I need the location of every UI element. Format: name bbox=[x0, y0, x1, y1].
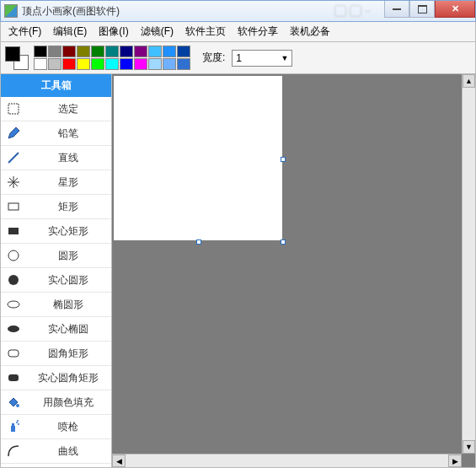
app-icon bbox=[4, 4, 18, 18]
swatch[interactable] bbox=[77, 46, 90, 57]
swatch[interactable] bbox=[48, 46, 62, 57]
minimize-button[interactable] bbox=[384, 1, 409, 18]
tool-label: 用颜色填充 bbox=[29, 395, 106, 410]
tool-label: 圆形 bbox=[29, 249, 106, 263]
width-label: 宽度: bbox=[202, 51, 225, 65]
swatch[interactable] bbox=[120, 46, 133, 57]
swatch[interactable] bbox=[34, 46, 47, 57]
horizontal-scrollbar[interactable]: ◀ ▶ bbox=[112, 454, 462, 467]
swatch[interactable] bbox=[48, 58, 62, 70]
swatch[interactable] bbox=[34, 58, 47, 70]
filled-round-rect-icon bbox=[6, 370, 21, 385]
canvas-area[interactable]: ▲ ▼ ◀ ▶ bbox=[112, 74, 475, 467]
tool-line[interactable]: 直线 bbox=[1, 146, 111, 170]
circle-icon bbox=[6, 248, 21, 263]
tool-filled-ellipse[interactable]: 实心椭圆 bbox=[1, 317, 111, 342]
filled-circle-icon bbox=[6, 272, 21, 288]
scroll-right-icon[interactable]: ▶ bbox=[448, 455, 462, 467]
svg-point-7 bbox=[8, 325, 19, 332]
pencil-icon bbox=[6, 126, 21, 141]
tool-select[interactable]: 选定 bbox=[1, 97, 111, 121]
sidebar-header: 工具箱 bbox=[1, 74, 111, 97]
resize-handle-corner[interactable] bbox=[281, 239, 286, 245]
tool-polygon[interactable]: 多边形 bbox=[1, 464, 111, 467]
round-rect-icon bbox=[6, 346, 21, 361]
swatch[interactable] bbox=[62, 46, 76, 57]
swatch[interactable] bbox=[148, 46, 162, 57]
vertical-scrollbar[interactable]: ▲ ▼ bbox=[462, 74, 475, 454]
scroll-up-icon[interactable]: ▲ bbox=[463, 74, 475, 88]
menu-filter[interactable]: 滤镜(F) bbox=[136, 22, 179, 41]
chevron-down-icon: ▼ bbox=[281, 54, 288, 62]
tool-bucket[interactable]: 用颜色填充 bbox=[1, 390, 111, 415]
swatch[interactable] bbox=[148, 58, 162, 70]
svg-point-14 bbox=[18, 423, 19, 425]
rect-icon bbox=[6, 199, 21, 214]
titlebar[interactable]: 顶点小画家(画图软件) ·· bbox=[0, 0, 476, 22]
swatch[interactable] bbox=[177, 58, 190, 70]
close-button[interactable] bbox=[435, 1, 475, 18]
curve-icon bbox=[6, 444, 21, 459]
tool-filled-rect[interactable]: 实心矩形 bbox=[1, 219, 111, 244]
tool-curve[interactable]: 曲线 bbox=[1, 439, 111, 464]
tool-round-rect[interactable]: 圆角矩形 bbox=[1, 342, 111, 366]
svg-rect-9 bbox=[8, 374, 19, 381]
star-icon bbox=[6, 175, 21, 190]
width-select[interactable]: 1 ▼ bbox=[232, 50, 292, 67]
swatch[interactable] bbox=[105, 58, 119, 70]
canvas[interactable] bbox=[114, 76, 282, 240]
menu-edit[interactable]: 编辑(E) bbox=[48, 22, 92, 41]
svg-rect-0 bbox=[8, 104, 19, 114]
tool-star[interactable]: 星形 bbox=[1, 170, 111, 195]
menu-homepage[interactable]: 软件主页 bbox=[180, 22, 231, 41]
menu-essentials[interactable]: 装机必备 bbox=[285, 22, 335, 41]
fg-bg-swatch[interactable] bbox=[5, 46, 29, 70]
filled-rect-icon bbox=[6, 223, 21, 239]
swatch[interactable] bbox=[134, 58, 147, 70]
line-icon bbox=[6, 150, 21, 165]
sidebar: 工具箱 选定铅笔直线星形矩形实心矩形圆形实心圆形椭圆形实心椭圆圆角矩形实心圆角矩… bbox=[1, 74, 112, 467]
ellipse-icon bbox=[6, 297, 21, 312]
swatch[interactable] bbox=[91, 46, 104, 57]
tool-ellipse[interactable]: 椭圆形 bbox=[1, 293, 111, 317]
svg-point-15 bbox=[17, 420, 19, 422]
resize-handle-bottom[interactable] bbox=[196, 239, 201, 245]
tool-spray[interactable]: 喷枪 bbox=[1, 415, 111, 439]
swatch[interactable] bbox=[120, 58, 133, 70]
resize-handle-right[interactable] bbox=[281, 157, 286, 162]
tool-label: 实心矩形 bbox=[29, 224, 106, 239]
svg-point-4 bbox=[8, 250, 19, 261]
menu-share[interactable]: 软件分享 bbox=[233, 22, 283, 41]
scroll-left-icon[interactable]: ◀ bbox=[112, 455, 126, 467]
tool-label: 直线 bbox=[29, 151, 106, 165]
window-title: 顶点小画家(画图软件) bbox=[22, 4, 334, 19]
swatch[interactable] bbox=[91, 58, 104, 70]
swatch[interactable] bbox=[62, 58, 76, 70]
menu-image[interactable]: 图像(I) bbox=[94, 22, 133, 41]
swatch[interactable] bbox=[163, 46, 176, 57]
tool-rect[interactable]: 矩形 bbox=[1, 195, 111, 219]
color-palette bbox=[34, 46, 190, 70]
tool-filled-circle[interactable]: 实心圆形 bbox=[1, 268, 111, 293]
tool-pencil[interactable]: 铅笔 bbox=[1, 121, 111, 146]
swatch[interactable] bbox=[105, 46, 119, 57]
svg-point-6 bbox=[8, 301, 19, 308]
swatch[interactable] bbox=[177, 46, 190, 57]
tool-label: 星形 bbox=[29, 175, 106, 190]
menu-file[interactable]: 文件(F) bbox=[3, 22, 46, 41]
tool-filled-round-rect[interactable]: 实心圆角矩形 bbox=[1, 366, 111, 390]
swatch[interactable] bbox=[77, 58, 90, 70]
tool-circle[interactable]: 圆形 bbox=[1, 244, 111, 268]
svg-rect-2 bbox=[8, 203, 19, 210]
width-value: 1 bbox=[236, 52, 242, 64]
svg-rect-11 bbox=[11, 426, 15, 432]
menubar: 文件(F) 编辑(E) 图像(I) 滤镜(F) 软件主页 软件分享 装机必备 bbox=[0, 22, 476, 42]
scroll-down-icon[interactable]: ▼ bbox=[463, 440, 475, 454]
swatch[interactable] bbox=[134, 46, 147, 57]
fg-color[interactable] bbox=[5, 46, 20, 62]
svg-rect-12 bbox=[12, 423, 14, 426]
tool-label: 铅笔 bbox=[29, 126, 106, 141]
maximize-button[interactable] bbox=[409, 1, 435, 18]
swatch[interactable] bbox=[163, 58, 176, 70]
tool-label: 喷枪 bbox=[29, 420, 106, 434]
